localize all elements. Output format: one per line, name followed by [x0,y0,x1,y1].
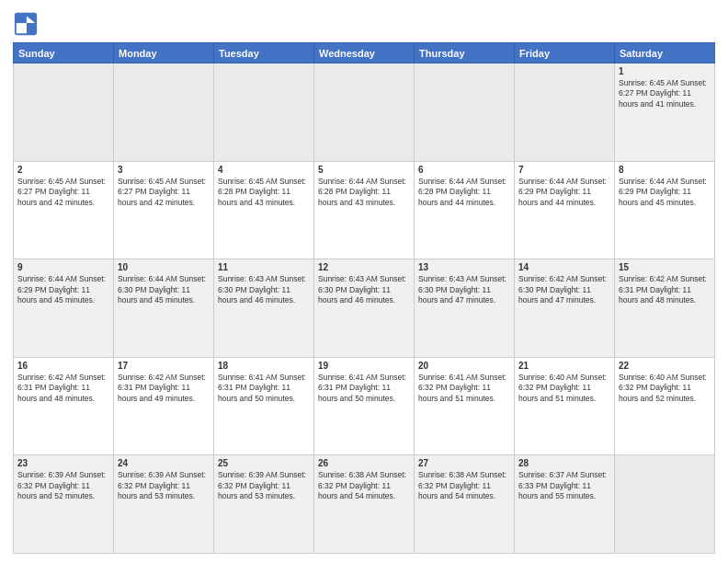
day-info: Sunrise: 6:43 AM Sunset: 6:30 PM Dayligh… [418,274,510,305]
calendar-cell: 6Sunrise: 6:44 AM Sunset: 6:28 PM Daylig… [415,161,515,259]
calendar-cell: 12Sunrise: 6:43 AM Sunset: 6:30 PM Dayli… [314,259,415,358]
day-number: 23 [17,458,109,468]
day-info: Sunrise: 6:39 AM Sunset: 6:32 PM Dayligh… [218,470,310,501]
calendar-cell: 19Sunrise: 6:41 AM Sunset: 6:31 PM Dayli… [314,357,415,455]
calendar-cell: 24Sunrise: 6:39 AM Sunset: 6:32 PM Dayli… [114,455,214,554]
day-number: 20 [418,361,510,371]
day-number: 10 [118,262,210,272]
day-number: 4 [218,165,310,175]
calendar-cell: 11Sunrise: 6:43 AM Sunset: 6:30 PM Dayli… [214,259,314,358]
calendar-cell: 10Sunrise: 6:44 AM Sunset: 6:30 PM Dayli… [114,259,214,358]
day-number: 2 [17,165,109,175]
day-number: 21 [518,361,610,371]
day-info: Sunrise: 6:45 AM Sunset: 6:27 PM Dayligh… [118,177,210,208]
day-info: Sunrise: 6:39 AM Sunset: 6:32 PM Dayligh… [118,470,210,501]
calendar-cell: 17Sunrise: 6:42 AM Sunset: 6:31 PM Dayli… [114,357,214,455]
day-info: Sunrise: 6:44 AM Sunset: 6:29 PM Dayligh… [518,177,610,208]
calendar-cell: 25Sunrise: 6:39 AM Sunset: 6:32 PM Dayli… [214,455,314,554]
logo [13,13,40,37]
day-info: Sunrise: 6:38 AM Sunset: 6:32 PM Dayligh… [418,470,510,501]
day-number: 18 [218,361,310,371]
day-number: 7 [518,165,610,175]
weekday-header-wednesday: Wednesday [314,43,415,63]
day-number: 3 [118,165,210,175]
calendar-cell [615,455,715,554]
day-number: 25 [218,458,310,468]
day-info: Sunrise: 6:45 AM Sunset: 6:27 PM Dayligh… [619,78,711,109]
day-number: 27 [418,458,510,468]
day-number: 8 [619,165,711,175]
weekday-header-monday: Monday [114,43,214,63]
page: SundayMondayTuesdayWednesdayThursdayFrid… [0,0,728,563]
calendar-body: 1Sunrise: 6:45 AM Sunset: 6:27 PM Daylig… [14,63,715,554]
day-number: 15 [619,262,711,272]
weekday-header-tuesday: Tuesday [214,43,314,63]
day-info: Sunrise: 6:41 AM Sunset: 6:31 PM Dayligh… [318,373,410,404]
calendar-cell: 16Sunrise: 6:42 AM Sunset: 6:31 PM Dayli… [14,357,114,455]
calendar-cell: 22Sunrise: 6:40 AM Sunset: 6:32 PM Dayli… [615,357,715,455]
day-info: Sunrise: 6:37 AM Sunset: 6:33 PM Dayligh… [518,470,610,501]
day-info: Sunrise: 6:45 AM Sunset: 6:27 PM Dayligh… [17,177,109,208]
day-info: Sunrise: 6:43 AM Sunset: 6:30 PM Dayligh… [218,274,310,305]
calendar-cell [415,63,515,162]
day-info: Sunrise: 6:40 AM Sunset: 6:32 PM Dayligh… [518,373,610,404]
calendar-cell [14,63,114,162]
calendar-cell: 27Sunrise: 6:38 AM Sunset: 6:32 PM Dayli… [415,455,515,554]
day-number: 12 [318,262,410,272]
day-number: 16 [17,361,109,371]
weekday-header-saturday: Saturday [615,43,715,63]
calendar-cell [114,63,214,162]
day-info: Sunrise: 6:40 AM Sunset: 6:32 PM Dayligh… [619,373,711,404]
day-number: 14 [518,262,610,272]
calendar-cell: 4Sunrise: 6:45 AM Sunset: 6:28 PM Daylig… [214,161,314,259]
weekday-header-sunday: Sunday [14,43,114,63]
day-info: Sunrise: 6:45 AM Sunset: 6:28 PM Dayligh… [218,177,310,208]
calendar-cell: 1Sunrise: 6:45 AM Sunset: 6:27 PM Daylig… [615,63,715,162]
header [13,9,715,37]
calendar-cell: 20Sunrise: 6:41 AM Sunset: 6:32 PM Dayli… [415,357,515,455]
day-info: Sunrise: 6:44 AM Sunset: 6:28 PM Dayligh… [418,177,510,208]
day-info: Sunrise: 6:42 AM Sunset: 6:31 PM Dayligh… [17,373,109,404]
calendar-cell: 5Sunrise: 6:44 AM Sunset: 6:28 PM Daylig… [314,161,415,259]
calendar-cell: 28Sunrise: 6:37 AM Sunset: 6:33 PM Dayli… [515,455,615,554]
calendar-cell: 2Sunrise: 6:45 AM Sunset: 6:27 PM Daylig… [14,161,114,259]
day-info: Sunrise: 6:38 AM Sunset: 6:32 PM Dayligh… [318,470,410,501]
calendar-cell: 13Sunrise: 6:43 AM Sunset: 6:30 PM Dayli… [415,259,515,358]
day-info: Sunrise: 6:41 AM Sunset: 6:31 PM Dayligh… [218,373,310,404]
day-number: 28 [518,458,610,468]
weekday-header-thursday: Thursday [415,43,515,63]
calendar-cell [214,63,314,162]
calendar-cell [515,63,615,162]
calendar-cell: 23Sunrise: 6:39 AM Sunset: 6:32 PM Dayli… [14,455,114,554]
day-number: 19 [318,361,410,371]
day-number: 13 [418,262,510,272]
day-info: Sunrise: 6:44 AM Sunset: 6:29 PM Dayligh… [17,274,109,305]
logo-icon [13,11,39,37]
calendar-week-2: 2Sunrise: 6:45 AM Sunset: 6:27 PM Daylig… [14,161,715,259]
day-info: Sunrise: 6:42 AM Sunset: 6:31 PM Dayligh… [619,274,711,305]
calendar-cell: 3Sunrise: 6:45 AM Sunset: 6:27 PM Daylig… [114,161,214,259]
calendar-cell: 7Sunrise: 6:44 AM Sunset: 6:29 PM Daylig… [515,161,615,259]
day-info: Sunrise: 6:44 AM Sunset: 6:30 PM Dayligh… [118,274,210,305]
calendar-header-row: SundayMondayTuesdayWednesdayThursdayFrid… [14,43,715,63]
day-number: 17 [118,361,210,371]
calendar-week-4: 16Sunrise: 6:42 AM Sunset: 6:31 PM Dayli… [14,357,715,455]
calendar-week-3: 9Sunrise: 6:44 AM Sunset: 6:29 PM Daylig… [14,259,715,358]
calendar-cell: 26Sunrise: 6:38 AM Sunset: 6:32 PM Dayli… [314,455,415,554]
day-number: 5 [318,165,410,175]
calendar-cell [314,63,415,162]
calendar-table: SundayMondayTuesdayWednesdayThursdayFrid… [13,42,715,554]
day-number: 26 [318,458,410,468]
day-info: Sunrise: 6:41 AM Sunset: 6:32 PM Dayligh… [418,373,510,404]
svg-rect-2 [17,23,27,33]
calendar-week-5: 23Sunrise: 6:39 AM Sunset: 6:32 PM Dayli… [14,455,715,554]
day-number: 24 [118,458,210,468]
day-info: Sunrise: 6:42 AM Sunset: 6:30 PM Dayligh… [518,274,610,305]
day-number: 22 [619,361,711,371]
day-info: Sunrise: 6:39 AM Sunset: 6:32 PM Dayligh… [17,470,109,501]
calendar-week-1: 1Sunrise: 6:45 AM Sunset: 6:27 PM Daylig… [14,63,715,162]
day-number: 9 [17,262,109,272]
calendar-cell: 14Sunrise: 6:42 AM Sunset: 6:30 PM Dayli… [515,259,615,358]
day-number: 11 [218,262,310,272]
day-info: Sunrise: 6:44 AM Sunset: 6:28 PM Dayligh… [318,177,410,208]
